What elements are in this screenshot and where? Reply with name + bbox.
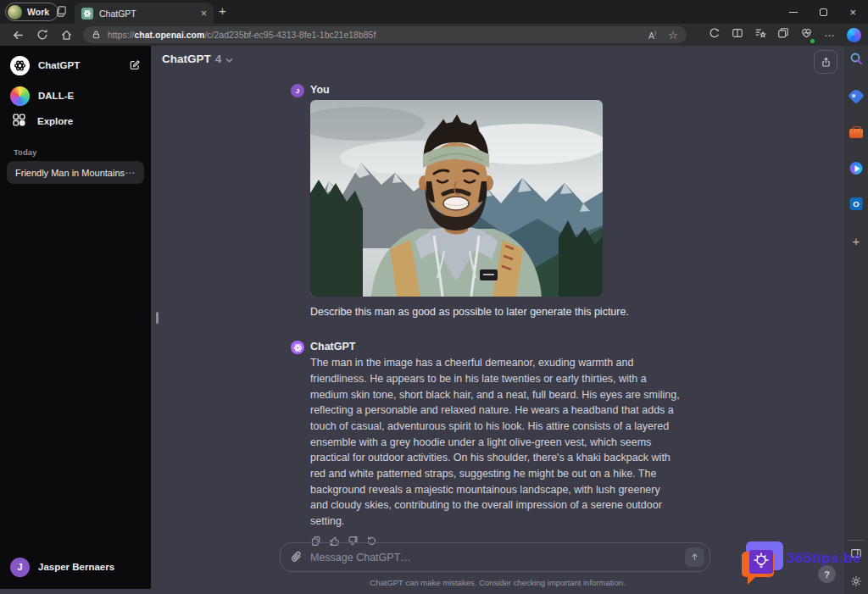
back-icon[interactable] (12, 29, 25, 42)
message-author: You (310, 83, 683, 97)
user-avatar: J (10, 558, 30, 577)
window-controls: × (789, 0, 863, 24)
sidebar-item-chatgpt[interactable]: ChatGPT (7, 53, 144, 78)
watermark-logo-icon (739, 536, 788, 587)
add-sidebar-item-icon[interactable]: + (853, 234, 860, 248)
new-chat-icon[interactable] (129, 59, 141, 71)
profile-name: Work (27, 7, 49, 17)
collections-icon[interactable] (777, 27, 789, 42)
uploaded-photo[interactable] (310, 100, 603, 297)
history-section-label: Today (14, 147, 36, 157)
browser-window: Work ChatGPT × + × (0, 0, 868, 594)
send-button[interactable] (685, 547, 704, 567)
outlook-icon[interactable]: O (850, 197, 863, 210)
edge-sidebar: O + (844, 46, 868, 594)
assistant-message-text: The man in the image has a cheerful deme… (310, 355, 681, 530)
split-screen-icon[interactable] (732, 27, 743, 42)
browser-essentials-icon[interactable] (800, 27, 813, 42)
sidebar-item-label: DALL-E (38, 91, 74, 101)
message-composer[interactable] (280, 542, 710, 572)
read-aloud-icon[interactable]: A⟩ (648, 30, 656, 41)
refresh-icon[interactable] (36, 29, 48, 41)
explore-grid-icon (12, 113, 29, 130)
address-bar[interactable]: https://chat.openai.com/c/2ad235bf-ec95-… (83, 26, 687, 43)
chat-history-item[interactable]: Friendly Man in Mountains ⋯ (7, 161, 144, 184)
message-list: J You (285, 83, 683, 547)
user-account-button[interactable]: J Jasper Bernaers (7, 554, 144, 580)
games-icon[interactable] (850, 162, 863, 175)
settings-menu-icon[interactable]: … (824, 26, 836, 39)
sidebar-toggle-handle[interactable] (156, 312, 159, 324)
user-avatar: J (291, 84, 304, 97)
close-button[interactable]: × (849, 7, 856, 18)
user-message-text: Describe this man as good as possible to… (310, 304, 683, 319)
shopping-icon[interactable] (850, 90, 862, 102)
search-icon[interactable] (849, 52, 863, 65)
new-tab-button[interactable]: + (219, 3, 226, 18)
home-icon[interactable] (60, 29, 73, 42)
workspaces-icon[interactable] (55, 5, 68, 21)
favorite-star-icon[interactable]: ☆ (668, 29, 678, 42)
user-name: Jasper Bernaers (38, 562, 114, 572)
chat-options-icon[interactable]: ⋯ (125, 167, 136, 179)
minimize-button[interactable] (789, 12, 798, 13)
browser-toolbar: https://chat.openai.com/c/2ad235bf-ec95-… (0, 24, 868, 46)
model-selector[interactable]: ChatGPT 4 (162, 53, 233, 65)
profile-avatar (8, 5, 22, 19)
message-input[interactable] (310, 552, 685, 563)
message-author: ChatGPT (310, 340, 683, 353)
chatgpt-avatar-icon (291, 341, 304, 354)
url-text: https://chat.openai.com/c/2ad235bf-ec95-… (108, 30, 648, 40)
chevron-down-icon (225, 58, 233, 63)
chatgpt-favicon-icon (81, 8, 93, 19)
watermark: 365tips.be (739, 534, 868, 590)
tab-title: ChatGPT (99, 8, 195, 19)
sidebar-item-label: ChatGPT (38, 60, 80, 70)
chatgpt-sidebar: ChatGPT DALL-E Explore Today Friendly Ma… (0, 46, 151, 589)
assistant-message: ChatGPT The man in the image has a cheer… (285, 340, 683, 547)
chat-main: ChatGPT 4 J You (151, 46, 844, 594)
lock-icon (92, 30, 101, 40)
sidebar-item-label: Explore (37, 116, 73, 126)
browser-profile-button[interactable]: Work (5, 3, 58, 21)
favorites-icon[interactable] (754, 27, 766, 42)
tools-icon[interactable] (849, 126, 863, 138)
user-message: J You (285, 83, 683, 319)
maximize-button[interactable] (820, 8, 827, 16)
sidebar-item-dalle[interactable]: DALL-E (7, 83, 144, 108)
openai-logo-icon (10, 56, 30, 75)
tab-close-icon[interactable]: × (201, 8, 207, 19)
attach-file-icon[interactable] (291, 551, 302, 563)
tab-strip: Work ChatGPT × + × (0, 0, 868, 24)
essentials-status-dot (810, 39, 815, 43)
copilot-icon[interactable] (847, 28, 861, 42)
chat-history-title: Friendly Man in Mountains (15, 168, 125, 178)
extension-icon[interactable] (709, 27, 721, 42)
share-chat-button[interactable] (814, 50, 837, 74)
dalle-logo-icon (10, 86, 30, 106)
browser-tab-chatgpt[interactable]: ChatGPT × (75, 3, 214, 24)
watermark-text: 365tips.be (787, 550, 861, 567)
sidebar-item-explore[interactable]: Explore (7, 108, 144, 134)
